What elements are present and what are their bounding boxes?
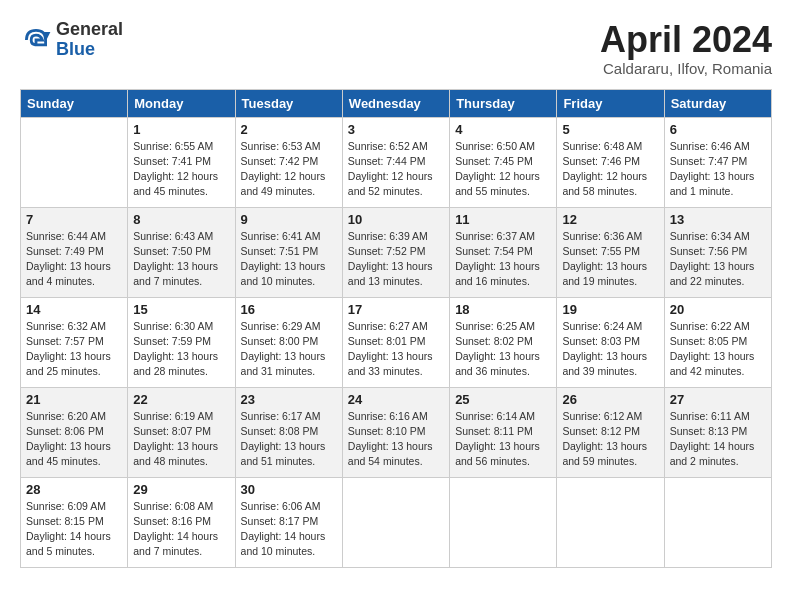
calendar-week-5: 28Sunrise: 6:09 AMSunset: 8:15 PMDayligh… — [21, 477, 772, 567]
calendar-day: 6Sunrise: 6:46 AMSunset: 7:47 PMDaylight… — [664, 117, 771, 207]
day-number: 18 — [455, 302, 551, 317]
day-info: Sunrise: 6:16 AMSunset: 8:10 PMDaylight:… — [348, 409, 444, 470]
day-info: Sunrise: 6:27 AMSunset: 8:01 PMDaylight:… — [348, 319, 444, 380]
calendar-day: 19Sunrise: 6:24 AMSunset: 8:03 PMDayligh… — [557, 297, 664, 387]
day-number: 2 — [241, 122, 337, 137]
calendar-day: 28Sunrise: 6:09 AMSunset: 8:15 PMDayligh… — [21, 477, 128, 567]
day-info: Sunrise: 6:09 AMSunset: 8:15 PMDaylight:… — [26, 499, 122, 560]
col-wednesday: Wednesday — [342, 89, 449, 117]
title-block: April 2024 Caldararu, Ilfov, Romania — [600, 20, 772, 77]
header: General Blue April 2024 Caldararu, Ilfov… — [20, 20, 772, 77]
calendar-day — [450, 477, 557, 567]
calendar-day: 2Sunrise: 6:53 AMSunset: 7:42 PMDaylight… — [235, 117, 342, 207]
calendar-week-4: 21Sunrise: 6:20 AMSunset: 8:06 PMDayligh… — [21, 387, 772, 477]
day-number: 13 — [670, 212, 766, 227]
day-number: 29 — [133, 482, 229, 497]
calendar-week-1: 1Sunrise: 6:55 AMSunset: 7:41 PMDaylight… — [21, 117, 772, 207]
calendar-day: 26Sunrise: 6:12 AMSunset: 8:12 PMDayligh… — [557, 387, 664, 477]
calendar-day — [21, 117, 128, 207]
calendar-day: 21Sunrise: 6:20 AMSunset: 8:06 PMDayligh… — [21, 387, 128, 477]
calendar-day — [342, 477, 449, 567]
day-number: 23 — [241, 392, 337, 407]
calendar-day: 9Sunrise: 6:41 AMSunset: 7:51 PMDaylight… — [235, 207, 342, 297]
day-number: 16 — [241, 302, 337, 317]
calendar-day: 14Sunrise: 6:32 AMSunset: 7:57 PMDayligh… — [21, 297, 128, 387]
calendar-day: 22Sunrise: 6:19 AMSunset: 8:07 PMDayligh… — [128, 387, 235, 477]
col-sunday: Sunday — [21, 89, 128, 117]
calendar-day: 29Sunrise: 6:08 AMSunset: 8:16 PMDayligh… — [128, 477, 235, 567]
calendar-day: 12Sunrise: 6:36 AMSunset: 7:55 PMDayligh… — [557, 207, 664, 297]
day-info: Sunrise: 6:37 AMSunset: 7:54 PMDaylight:… — [455, 229, 551, 290]
day-number: 22 — [133, 392, 229, 407]
day-number: 1 — [133, 122, 229, 137]
day-info: Sunrise: 6:39 AMSunset: 7:52 PMDaylight:… — [348, 229, 444, 290]
day-number: 25 — [455, 392, 551, 407]
logo: General Blue — [20, 20, 123, 60]
day-info: Sunrise: 6:29 AMSunset: 8:00 PMDaylight:… — [241, 319, 337, 380]
calendar-day: 23Sunrise: 6:17 AMSunset: 8:08 PMDayligh… — [235, 387, 342, 477]
day-info: Sunrise: 6:50 AMSunset: 7:45 PMDaylight:… — [455, 139, 551, 200]
day-info: Sunrise: 6:14 AMSunset: 8:11 PMDaylight:… — [455, 409, 551, 470]
day-number: 7 — [26, 212, 122, 227]
day-number: 10 — [348, 212, 444, 227]
calendar-day — [557, 477, 664, 567]
day-info: Sunrise: 6:41 AMSunset: 7:51 PMDaylight:… — [241, 229, 337, 290]
calendar-day: 3Sunrise: 6:52 AMSunset: 7:44 PMDaylight… — [342, 117, 449, 207]
day-number: 14 — [26, 302, 122, 317]
day-number: 26 — [562, 392, 658, 407]
calendar-day: 18Sunrise: 6:25 AMSunset: 8:02 PMDayligh… — [450, 297, 557, 387]
calendar-week-2: 7Sunrise: 6:44 AMSunset: 7:49 PMDaylight… — [21, 207, 772, 297]
day-info: Sunrise: 6:43 AMSunset: 7:50 PMDaylight:… — [133, 229, 229, 290]
day-number: 3 — [348, 122, 444, 137]
calendar-week-3: 14Sunrise: 6:32 AMSunset: 7:57 PMDayligh… — [21, 297, 772, 387]
calendar-table: Sunday Monday Tuesday Wednesday Thursday… — [20, 89, 772, 568]
day-number: 11 — [455, 212, 551, 227]
calendar-header: Sunday Monday Tuesday Wednesday Thursday… — [21, 89, 772, 117]
day-number: 17 — [348, 302, 444, 317]
calendar-day: 20Sunrise: 6:22 AMSunset: 8:05 PMDayligh… — [664, 297, 771, 387]
day-info: Sunrise: 6:36 AMSunset: 7:55 PMDaylight:… — [562, 229, 658, 290]
day-info: Sunrise: 6:17 AMSunset: 8:08 PMDaylight:… — [241, 409, 337, 470]
calendar-day — [664, 477, 771, 567]
col-thursday: Thursday — [450, 89, 557, 117]
col-tuesday: Tuesday — [235, 89, 342, 117]
day-number: 12 — [562, 212, 658, 227]
logo-blue-text: Blue — [56, 40, 123, 60]
calendar-day: 8Sunrise: 6:43 AMSunset: 7:50 PMDaylight… — [128, 207, 235, 297]
calendar-day: 1Sunrise: 6:55 AMSunset: 7:41 PMDaylight… — [128, 117, 235, 207]
header-row: Sunday Monday Tuesday Wednesday Thursday… — [21, 89, 772, 117]
page: General Blue April 2024 Caldararu, Ilfov… — [0, 0, 792, 588]
day-info: Sunrise: 6:34 AMSunset: 7:56 PMDaylight:… — [670, 229, 766, 290]
calendar-day: 24Sunrise: 6:16 AMSunset: 8:10 PMDayligh… — [342, 387, 449, 477]
day-info: Sunrise: 6:20 AMSunset: 8:06 PMDaylight:… — [26, 409, 122, 470]
day-number: 27 — [670, 392, 766, 407]
calendar-day: 25Sunrise: 6:14 AMSunset: 8:11 PMDayligh… — [450, 387, 557, 477]
calendar-day: 27Sunrise: 6:11 AMSunset: 8:13 PMDayligh… — [664, 387, 771, 477]
day-info: Sunrise: 6:53 AMSunset: 7:42 PMDaylight:… — [241, 139, 337, 200]
day-number: 19 — [562, 302, 658, 317]
day-info: Sunrise: 6:52 AMSunset: 7:44 PMDaylight:… — [348, 139, 444, 200]
day-number: 4 — [455, 122, 551, 137]
day-number: 20 — [670, 302, 766, 317]
day-info: Sunrise: 6:11 AMSunset: 8:13 PMDaylight:… — [670, 409, 766, 470]
logo-text: General Blue — [56, 20, 123, 60]
day-number: 24 — [348, 392, 444, 407]
month-title: April 2024 — [600, 20, 772, 60]
col-friday: Friday — [557, 89, 664, 117]
day-number: 21 — [26, 392, 122, 407]
calendar-day: 15Sunrise: 6:30 AMSunset: 7:59 PMDayligh… — [128, 297, 235, 387]
day-info: Sunrise: 6:32 AMSunset: 7:57 PMDaylight:… — [26, 319, 122, 380]
day-info: Sunrise: 6:25 AMSunset: 8:02 PMDaylight:… — [455, 319, 551, 380]
col-monday: Monday — [128, 89, 235, 117]
day-number: 9 — [241, 212, 337, 227]
day-info: Sunrise: 6:22 AMSunset: 8:05 PMDaylight:… — [670, 319, 766, 380]
col-saturday: Saturday — [664, 89, 771, 117]
day-info: Sunrise: 6:55 AMSunset: 7:41 PMDaylight:… — [133, 139, 229, 200]
calendar-day: 5Sunrise: 6:48 AMSunset: 7:46 PMDaylight… — [557, 117, 664, 207]
calendar-body: 1Sunrise: 6:55 AMSunset: 7:41 PMDaylight… — [21, 117, 772, 567]
day-number: 6 — [670, 122, 766, 137]
day-number: 15 — [133, 302, 229, 317]
calendar-day: 4Sunrise: 6:50 AMSunset: 7:45 PMDaylight… — [450, 117, 557, 207]
day-info: Sunrise: 6:19 AMSunset: 8:07 PMDaylight:… — [133, 409, 229, 470]
calendar-day: 17Sunrise: 6:27 AMSunset: 8:01 PMDayligh… — [342, 297, 449, 387]
